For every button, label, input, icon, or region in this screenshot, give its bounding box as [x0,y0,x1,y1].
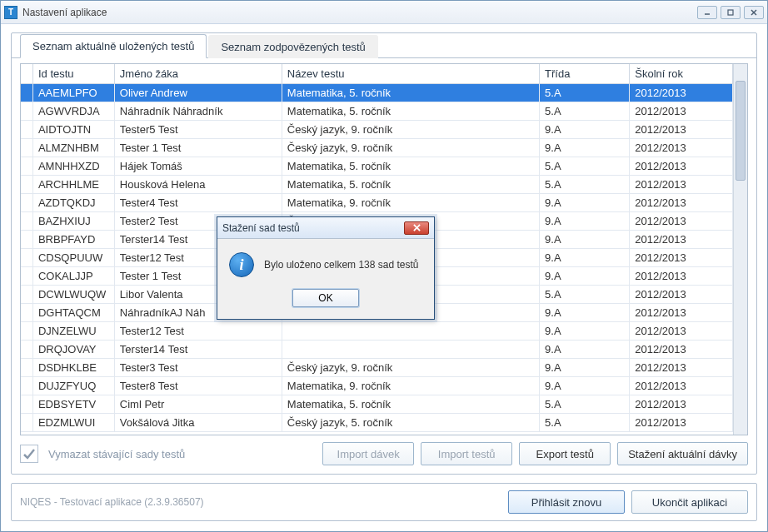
table-row[interactable]: EDZMLWUIVokšálová JitkaČeský jazyk, 5. r… [21,414,733,432]
col-name[interactable]: Jméno žáka [114,64,282,84]
svg-rect-1 [728,10,733,15]
col-lead [21,64,32,84]
download-current-batch-button[interactable]: Stažení aktuální dávky [617,442,748,465]
dialog-ok-button[interactable]: OK [292,289,359,307]
window-title: Nastavení aplikace [22,7,107,18]
footer-version: NIQES - Testovací aplikace (2.3.9.36507) [20,496,204,508]
export-tests-button[interactable]: Export testů [519,442,611,465]
tab-saved-tests[interactable]: Seznam aktuálně uložených testů [20,34,207,58]
col-id[interactable]: Id testu [32,64,114,84]
col-year[interactable]: Školní rok [630,64,733,84]
table-row[interactable]: DJNZELWUTester12 Test9.A2012/2013 [21,322,733,341]
delete-existing-label: Vymazat stávající sady testů [48,448,185,460]
table-row[interactable]: AGWVRDJANáhradník NáhradníkMatematika, 5… [21,102,733,121]
table-row[interactable]: AMNHHXZDHájek TomášMatematika, 5. ročník… [21,157,733,176]
app-icon: T [4,6,17,19]
vertical-scrollbar[interactable] [733,64,747,435]
table-row[interactable]: AIDTOJTNTester5 TestČeský jazyk, 9. ročn… [21,121,733,139]
table-row[interactable]: AZDTQKDJTester4 TestMatematika, 9. roční… [21,194,733,212]
import-tests-button[interactable]: Import testů [421,442,512,465]
table-row[interactable]: DUJZFYUQTester8 TestMatematika, 9. roční… [21,377,733,395]
table-row[interactable]: DSDHKLBETester3 TestČeský jazyk, 9. ročn… [21,359,733,377]
table-row[interactable]: ARCHHLMEHousková HelenaMatematika, 5. ro… [21,176,733,194]
close-icon [413,224,421,231]
dialog-message: Bylo uloženo celkem 138 sad testů [264,259,418,271]
titlebar: T Nastavení aplikace [1,1,767,24]
tabs: Seznam aktuálně uložených testů Seznam z… [12,33,756,58]
col-class[interactable]: Třída [540,64,630,84]
import-batches-button[interactable]: Import dávek [322,442,414,465]
relogin-button[interactable]: Přihlásit znovu [508,490,625,514]
close-button[interactable] [744,6,764,19]
scrollbar-thumb[interactable] [736,81,746,181]
delete-existing-checkbox[interactable] [20,445,38,463]
maximize-button[interactable] [721,6,741,19]
info-icon: i [229,252,254,277]
table-row[interactable]: ALMZNHBMTester 1 TestČeský jazyk, 9. roč… [21,139,733,157]
tab-answered-tests[interactable]: Seznam zodpovězených testů [208,35,377,58]
minimize-button[interactable] [697,6,717,19]
table-row[interactable]: AAEMLPFOOliver AndrewMatematika, 5. ročn… [21,84,733,102]
table-row[interactable]: EDBSYETVCiml PetrMatematika, 5. ročník5.… [21,395,733,414]
exit-app-button[interactable]: Ukončit aplikaci [631,490,748,514]
check-icon [22,446,37,461]
app-window: T Nastavení aplikace Seznam aktuálně ulo… [0,0,768,532]
dialog-close-button[interactable] [404,221,429,235]
table-row[interactable]: DRQJOVAYTerster14 Test9.A2012/2013 [21,341,733,359]
dialog-title: Stažení sad testů [222,222,300,234]
info-dialog: Stažení sad testů i Bylo uloženo celkem … [217,216,435,320]
col-test[interactable]: Název testu [282,64,539,84]
